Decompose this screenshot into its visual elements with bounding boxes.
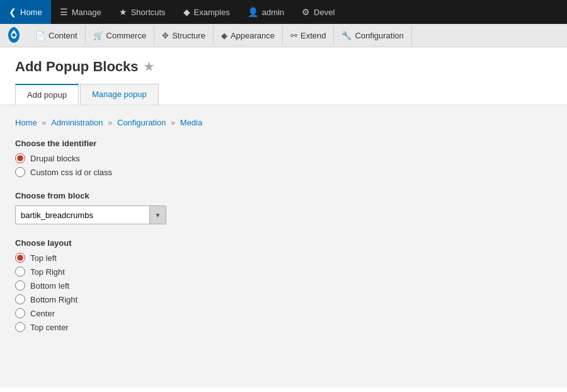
page-header: Add Popup Blocks ★ Add popup Manage popu… (0, 47, 567, 105)
nav-manage[interactable]: ☰ Manage (51, 0, 110, 24)
layout-section: Choose layout Top left Top Right Bottom … (15, 238, 552, 332)
nav-home-label: Home (20, 8, 42, 17)
radio-drupal-blocks-input[interactable] (15, 153, 25, 163)
breadcrumb: Home » Administration » Configuration » … (15, 118, 552, 127)
dropdown-arrow-icon[interactable]: ▼ (149, 206, 166, 224)
radio-top-left-label: Top left (30, 253, 57, 263)
radio-top-right-label: Top Right (30, 267, 65, 277)
radio-top-right[interactable]: Top Right (15, 267, 552, 277)
identifier-section: Choose the identifier Drupal blocks Cust… (15, 139, 552, 177)
radio-top-left[interactable]: Top left (15, 253, 552, 263)
nav-shortcuts[interactable]: ★ Shortcuts (110, 0, 175, 24)
radio-drupal-blocks-label: Drupal blocks (30, 154, 80, 163)
sec-nav-extend[interactable]: ⚯ Extend (283, 26, 334, 45)
radio-bottom-right[interactable]: Bottom Right (15, 294, 552, 304)
radio-bottom-left[interactable]: Bottom left (15, 280, 552, 291)
configuration-icon: 🔧 (341, 31, 352, 40)
nav-examples-label: Examples (194, 8, 230, 17)
radio-drupal-blocks[interactable]: Drupal blocks (15, 153, 552, 163)
bookmark-icon[interactable]: ★ (144, 60, 154, 74)
radio-top-right-input[interactable] (15, 267, 25, 277)
commerce-icon: 🛒 (93, 31, 103, 40)
radio-custom-css-input[interactable] (15, 167, 25, 177)
sec-nav-appearance[interactable]: ◆ Appearance (214, 26, 283, 45)
sec-nav-content-label: Content (49, 31, 77, 40)
page-content: Add Popup Blocks ★ Add popup Manage popu… (0, 47, 567, 388)
drupal-logo[interactable] (3, 24, 25, 47)
sec-nav-configuration-label: Configuration (355, 31, 403, 40)
nav-examples[interactable]: ◆ Examples (175, 0, 239, 24)
nav-manage-label: Manage (72, 8, 101, 17)
radio-custom-css-label: Custom css id or class (30, 168, 112, 177)
nav-admin-label: admin (262, 8, 284, 17)
radio-center[interactable]: Center (15, 308, 552, 318)
radio-bottom-left-label: Bottom left (30, 281, 69, 291)
tab-add-popup[interactable]: Add popup (15, 84, 79, 105)
radio-custom-css[interactable]: Custom css id or class (15, 167, 552, 177)
sec-nav-commerce[interactable]: 🛒 Commerce (86, 26, 155, 45)
breadcrumb-media[interactable]: Media (180, 118, 202, 127)
radio-bottom-right-label: Bottom Right (30, 295, 77, 304)
shortcuts-icon: ★ (119, 7, 127, 17)
devel-icon: ⚙ (302, 7, 310, 17)
layout-radio-group: Top left Top Right Bottom left Bottom Ri… (15, 253, 552, 332)
content-icon: 📄 (35, 31, 45, 40)
identifier-radio-group: Drupal blocks Custom css id or class (15, 153, 552, 177)
block-select-wrapper: bartik_breadcrumbs bartik_content bartik… (15, 205, 166, 224)
identifier-label: Choose the identifier (15, 139, 552, 148)
examples-icon: ◆ (183, 7, 190, 17)
home-icon: ❮ (9, 7, 16, 17)
breadcrumb-administration[interactable]: Administration (51, 118, 103, 127)
page-title: Add Popup Blocks ★ (15, 59, 552, 75)
radio-bottom-right-input[interactable] (15, 294, 25, 304)
manage-icon: ☰ (60, 7, 68, 17)
radio-top-center-label: Top center (30, 323, 69, 332)
sec-nav-extend-label: Extend (301, 31, 326, 40)
page-tabs: Add popup Manage popup (15, 84, 552, 105)
block-label: Choose from block (15, 191, 552, 200)
layout-label: Choose layout (15, 238, 552, 248)
radio-top-center-input[interactable] (15, 322, 25, 332)
main-body: Home » Administration » Configuration » … (0, 105, 567, 359)
nav-admin[interactable]: 👤 admin (239, 0, 293, 24)
sec-nav-structure[interactable]: ✥ Structure (154, 26, 214, 45)
nav-shortcuts-label: Shortcuts (131, 8, 166, 17)
nav-home[interactable]: ❮ Home (0, 0, 51, 24)
nav-devel[interactable]: ⚙ Devel (293, 0, 343, 24)
radio-center-input[interactable] (15, 308, 25, 318)
structure-icon: ✥ (162, 31, 169, 40)
sec-nav-configuration[interactable]: 🔧 Configuration (334, 26, 411, 45)
secondary-navigation: 📄 Content 🛒 Commerce ✥ Structure ◆ Appea… (0, 24, 567, 47)
radio-center-label: Center (30, 309, 55, 318)
admin-icon: 👤 (248, 7, 258, 17)
radio-bottom-left-input[interactable] (15, 280, 25, 291)
sec-nav-structure-label: Structure (172, 31, 205, 40)
sec-nav-appearance-label: Appearance (231, 31, 275, 40)
radio-top-center[interactable]: Top center (15, 322, 552, 332)
radio-top-left-input[interactable] (15, 253, 25, 263)
breadcrumb-home[interactable]: Home (15, 118, 37, 127)
sec-nav-commerce-label: Commerce (106, 31, 147, 40)
extend-icon: ⚯ (290, 31, 297, 40)
svg-point-0 (12, 33, 16, 37)
appearance-icon: ◆ (221, 31, 227, 40)
nav-devel-label: Devel (314, 8, 335, 17)
top-navigation: ❮ Home ☰ Manage ★ Shortcuts ◆ Examples 👤… (0, 0, 567, 24)
sec-nav-content[interactable]: 📄 Content (28, 26, 86, 45)
block-section: Choose from block bartik_breadcrumbs bar… (15, 191, 552, 224)
block-select[interactable]: bartik_breadcrumbs bartik_content bartik… (16, 208, 149, 222)
tab-manage-popup[interactable]: Manage popup (80, 84, 159, 105)
breadcrumb-configuration[interactable]: Configuration (117, 118, 166, 127)
